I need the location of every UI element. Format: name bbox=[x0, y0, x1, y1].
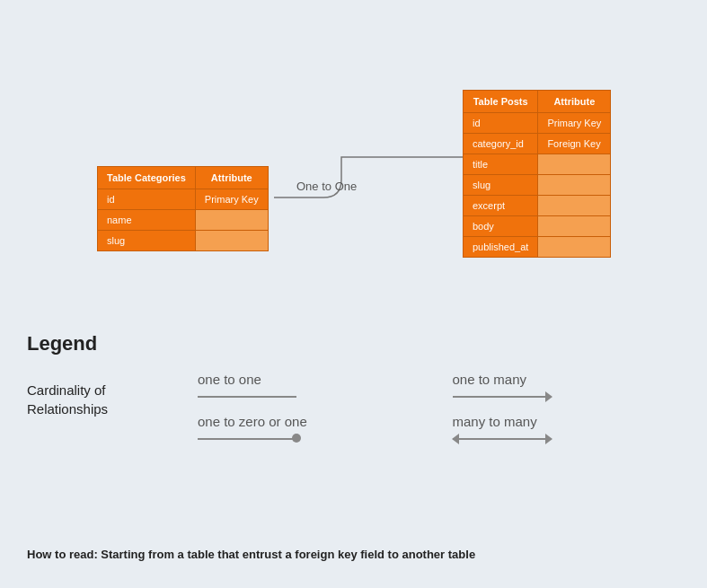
diagram-area: Table Categories Attribute idPrimary Key… bbox=[0, 0, 707, 323]
how-to-read-text: How to read: Starting from a table that … bbox=[27, 548, 475, 561]
table-row: idPrimary Key bbox=[464, 113, 611, 134]
how-to-read: How to read: Starting from a table that … bbox=[27, 548, 680, 561]
legend-title: Legend bbox=[27, 332, 680, 355]
field-attr: Foreign Key bbox=[538, 134, 611, 154]
cardinality-label: Cardinality ofRelationships bbox=[27, 372, 198, 418]
field-attr bbox=[538, 237, 611, 258]
field-attr bbox=[538, 196, 611, 216]
table-row: body bbox=[464, 216, 611, 237]
line-many-to-many bbox=[453, 438, 552, 440]
legend-line-many-to-many bbox=[453, 433, 552, 445]
legend-line-one-to-zero bbox=[198, 433, 296, 445]
field-name: excerpt bbox=[464, 196, 538, 216]
categories-attr-header: Attribute bbox=[195, 167, 268, 189]
table-row: slug bbox=[464, 175, 611, 196]
legend-label-one-to-zero: one to zero or one bbox=[198, 414, 307, 429]
field-attr: Primary Key bbox=[195, 189, 268, 210]
legend-item-one-to-many: one to many bbox=[453, 372, 681, 403]
legend-item-one-to-zero: one to zero or one bbox=[198, 414, 426, 445]
table-row: idPrimary Key bbox=[98, 189, 269, 210]
legend-items: one to one one to many one to zero or on… bbox=[198, 372, 680, 445]
field-attr bbox=[195, 210, 268, 231]
table-row: published_at bbox=[464, 237, 611, 258]
posts-attr-header: Attribute bbox=[538, 91, 611, 113]
legend-item-many-to-many: many to many bbox=[453, 414, 681, 445]
posts-title: Table Posts bbox=[464, 91, 538, 113]
field-attr bbox=[195, 231, 268, 251]
legend-line-one-to-many bbox=[453, 391, 552, 403]
field-name: body bbox=[464, 216, 538, 237]
line-one-to-one bbox=[198, 396, 296, 398]
field-name: title bbox=[464, 154, 538, 175]
table-row: name bbox=[98, 210, 269, 231]
field-attr bbox=[538, 216, 611, 237]
relationship-label: One to One bbox=[296, 180, 357, 193]
legend-body: Cardinality ofRelationships one to one o… bbox=[27, 372, 680, 445]
legend-item-one-to-one: one to one bbox=[198, 372, 426, 403]
line-one-to-many bbox=[453, 396, 552, 398]
field-name: slug bbox=[464, 175, 538, 196]
field-name: id bbox=[98, 189, 196, 210]
legend-label-many-to-many: many to many bbox=[453, 414, 537, 429]
legend-section: Legend Cardinality ofRelationships one t… bbox=[0, 323, 707, 454]
legend-label-one-to-one: one to one bbox=[198, 372, 261, 387]
field-name: id bbox=[464, 113, 538, 134]
legend-label-one-to-many: one to many bbox=[453, 372, 527, 387]
table-row: excerpt bbox=[464, 196, 611, 216]
legend-line-one-to-one bbox=[198, 391, 296, 403]
field-attr bbox=[538, 175, 611, 196]
field-attr bbox=[538, 154, 611, 175]
field-attr: Primary Key bbox=[538, 113, 611, 134]
field-name: name bbox=[98, 210, 196, 231]
field-name: slug bbox=[98, 231, 196, 251]
table-row: slug bbox=[98, 231, 269, 251]
table-posts: Table Posts Attribute idPrimary Keycateg… bbox=[463, 90, 611, 258]
table-categories: Table Categories Attribute idPrimary Key… bbox=[97, 166, 269, 251]
table-row: category_idForeign Key bbox=[464, 134, 611, 154]
table-row: title bbox=[464, 154, 611, 175]
line-one-to-zero bbox=[198, 438, 296, 440]
field-name: category_id bbox=[464, 134, 538, 154]
categories-title: Table Categories bbox=[98, 167, 196, 189]
field-name: published_at bbox=[464, 237, 538, 258]
